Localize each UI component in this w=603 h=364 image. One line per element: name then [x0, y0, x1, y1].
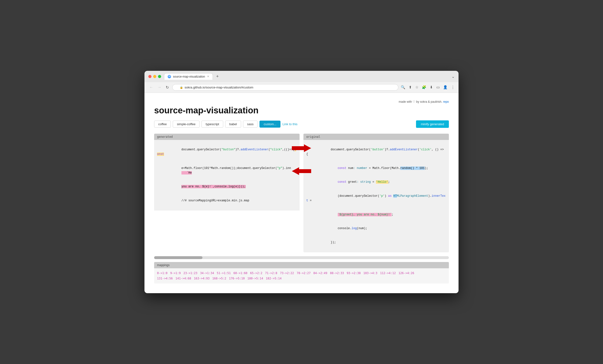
reader-icon[interactable]: ▭ [436, 85, 440, 89]
mapping-13[interactable]: 103->4:3 [363, 271, 377, 275]
mapping-10[interactable]: 84->2:49 [313, 271, 327, 275]
preset-tabs: coffee simple-coffee typescript babel sa… [154, 120, 449, 128]
profile-icon[interactable]: 👤 [443, 85, 448, 89]
credit-text: made with ♡ by sokra & paulirish. [399, 100, 442, 104]
mapping-0[interactable]: 0->1:0 [157, 271, 167, 275]
tab-favicon: 🗺 [168, 75, 171, 78]
back-button[interactable]: ← [148, 85, 154, 90]
mapping-12[interactable]: 93->2:38 [347, 271, 361, 275]
minimize-button[interactable] [153, 75, 156, 78]
link-to-this[interactable]: Link to this [282, 122, 297, 126]
bookmark-icon[interactable]: ☆ [415, 85, 418, 89]
orig-line-1: document.querySelector('button')?.addEve… [306, 143, 446, 162]
mapping-14[interactable]: 112->4:12 [380, 271, 396, 275]
active-tab[interactable]: 🗺 source-map-visualization ✕ [164, 73, 213, 80]
lock-icon: 🔒 [180, 86, 183, 89]
url-text: sokra.github.io/source-map-visualization… [185, 86, 254, 89]
mapping-18[interactable]: 163->4:93 [194, 277, 210, 280]
mappings-header: mappings [154, 262, 449, 268]
code-panels: generated document.querySelector("button… [154, 134, 449, 252]
generated-panel: generated document.querySelector("button… [154, 134, 300, 252]
mapping-21[interactable]: 180->5:14 [247, 277, 263, 280]
address-bar: ← → ↻ 🔒 sokra.github.io/source-map-visua… [144, 82, 459, 93]
tab-close-button[interactable]: ✕ [207, 75, 209, 78]
mapping-15[interactable]: 126->4:26 [398, 271, 414, 275]
tab-title: source-map-visualization [173, 75, 205, 78]
original-panel: original document.querySelector('button'… [303, 134, 449, 252]
orig-line-4: (document.querySelector('p') as HTMLPara… [306, 189, 446, 208]
extension-icon[interactable]: 🧩 [422, 85, 426, 89]
preset-typescript[interactable]: typescript [201, 121, 223, 128]
orig-line-2: const num: number = Math.floor(Math.rand… [306, 162, 446, 176]
mapping-4[interactable]: 51->1:51 [217, 271, 231, 275]
page-title: source-map-visualization [154, 105, 449, 116]
maximize-button[interactable] [158, 75, 161, 78]
new-tab-button[interactable]: + [215, 74, 220, 79]
mapping-11[interactable]: 88->2:33 [330, 271, 344, 275]
original-panel-body: document.querySelector('button')?.addEve… [303, 140, 449, 252]
mapping-16[interactable]: 131->4:56 [157, 277, 173, 280]
preset-babel[interactable]: babel [225, 121, 241, 128]
mapping-20[interactable]: 176->5:10 [229, 277, 245, 280]
mapping-7[interactable]: 71->2:8 [265, 271, 277, 275]
mapping-5[interactable]: 60->1:60 [233, 271, 247, 275]
orig-line-7: }); [306, 236, 446, 250]
menu-icon[interactable]: ⋮ [451, 85, 455, 89]
title-bar: 🗺 source-map-visualization ✕ + ⌄ [144, 71, 459, 82]
toolbar-icons: 🔍 ⬆ ☆ 🧩 ⬇ ▭ 👤 ⋮ [401, 85, 455, 89]
orig-line-6: console.log(num); [306, 222, 446, 236]
mapping-17[interactable]: 141->4:68 [175, 277, 191, 280]
mapping-6[interactable]: 65->2:2 [250, 271, 262, 275]
code-panels-wrapper: generated document.querySelector("button… [154, 134, 449, 252]
browser-window: 🗺 source-map-visualization ✕ + ⌄ ← → ↻ 🔒… [144, 71, 459, 294]
minify-button[interactable]: minify generated [416, 120, 449, 128]
mapping-19[interactable]: 168->5:2 [212, 277, 226, 280]
address-input[interactable]: 🔒 sokra.github.io/source-map-visualizati… [172, 84, 398, 91]
browser-chevron: ⌄ [452, 74, 455, 79]
mapping-8[interactable]: 73->2:22 [280, 271, 294, 275]
orig-line-5: `${greet}, you are no. ${num}!`; [306, 208, 446, 222]
close-button[interactable] [148, 75, 151, 78]
search-icon[interactable]: 🔍 [401, 85, 405, 89]
mapping-2[interactable]: 23->1:23 [183, 271, 197, 275]
repo-link[interactable]: repo [443, 100, 449, 104]
generated-panel-header: generated [154, 134, 300, 140]
mapping-3[interactable]: 34->1:34 [200, 271, 214, 275]
gen-line-2: //# sourceMappingURL=example.min.js.map [157, 194, 297, 208]
tab-bar: 🗺 source-map-visualization ✕ + [164, 73, 449, 80]
traffic-lights [148, 75, 161, 78]
mapping-9[interactable]: 78->2:27 [297, 271, 311, 275]
generated-panel-body: document.querySelector("button")?.addEve… [154, 140, 300, 211]
preset-custom[interactable]: custom... [259, 121, 280, 128]
credit-area: made with ♡ by sokra & paulirish. repo [154, 100, 449, 104]
preset-coffee[interactable]: coffee [154, 121, 171, 128]
download-icon[interactable]: ⬇ [430, 85, 433, 89]
gen-line-1: document.querySelector("button")?.addEve… [157, 143, 297, 194]
mapping-1[interactable]: 9->1:9 [170, 271, 181, 275]
preset-sass[interactable]: sass [243, 121, 258, 128]
orig-line-3: const greet: string = 'Hello'; [306, 175, 446, 189]
preset-simple-coffee[interactable]: simple-coffee [173, 121, 199, 128]
scrollbar-thumb[interactable] [154, 256, 202, 259]
mappings-section: mappings 0->1:0 9->1:9 23->1:23 34->1:34… [154, 262, 449, 283]
horizontal-scrollbar[interactable] [154, 256, 449, 259]
content-area: made with ♡ by sokra & paulirish. repo s… [144, 93, 459, 294]
mappings-body: 0->1:0 9->1:9 23->1:23 34->1:34 51->1:51… [154, 268, 449, 283]
original-panel-header: original [303, 134, 449, 140]
share-icon[interactable]: ⬆ [409, 85, 412, 89]
mapping-22[interactable]: 182->5:14 [266, 277, 281, 280]
reload-button[interactable]: ↻ [165, 85, 170, 90]
forward-button[interactable]: → [157, 85, 162, 90]
